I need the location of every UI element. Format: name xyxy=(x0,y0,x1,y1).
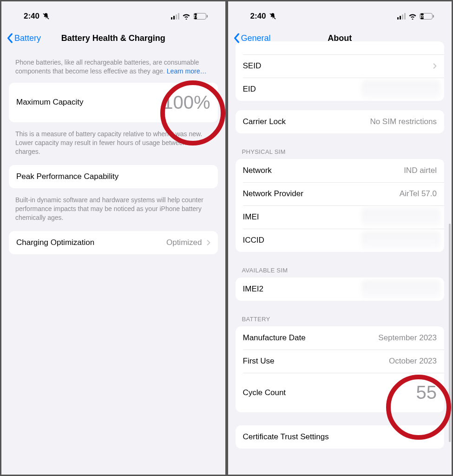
max-capacity-group: Maximum Capacity 100% xyxy=(9,83,218,122)
cellular-signal-icon xyxy=(397,13,406,20)
silent-bell-icon xyxy=(42,12,50,20)
maximum-capacity-value: 100% xyxy=(163,92,210,113)
eid-label: EID xyxy=(243,85,256,94)
battery-status-icon: 27 xyxy=(193,13,208,20)
charging-optimization-row[interactable]: Charging Optimization Optimized xyxy=(9,231,218,254)
scrollbar[interactable] xyxy=(449,224,451,442)
eid-row[interactable]: EID xyxy=(236,78,445,101)
seid-row[interactable]: SEID xyxy=(236,54,445,78)
charging-optimization-label: Charging Optimization xyxy=(16,238,94,247)
chevron-right-icon xyxy=(428,63,437,69)
manufacture-date-label: Manufacture Date xyxy=(243,333,306,343)
max-capacity-description: This is a measure of battery capacity re… xyxy=(9,127,218,165)
imei2-row[interactable]: IMEI2 xyxy=(236,278,445,301)
available-sim-group: IMEI2 xyxy=(236,278,445,301)
imei-row[interactable]: IMEI xyxy=(236,205,445,229)
silent-bell-icon xyxy=(269,12,276,20)
status-time: 2:40 xyxy=(24,12,39,21)
first-use-value: October 2023 xyxy=(389,357,437,366)
network-row[interactable]: Network IND airtel xyxy=(236,159,445,182)
maximum-capacity-row[interactable]: Maximum Capacity 100% xyxy=(9,83,218,122)
carrier-lock-value: No SIM restrictions xyxy=(370,117,437,126)
first-use-label: First Use xyxy=(243,357,275,366)
imei-label: IMEI xyxy=(243,212,259,222)
peak-performance-label: Peak Performance Capability xyxy=(16,172,118,181)
first-use-row[interactable]: First Use October 2023 xyxy=(236,350,445,373)
back-button[interactable]: Battery xyxy=(7,33,41,43)
status-time: 2:40 xyxy=(250,12,266,21)
cellular-signal-icon xyxy=(171,13,179,20)
charging-optimization-value: Optimized xyxy=(166,238,202,247)
intro-text: Phone batteries, like all rechargeable b… xyxy=(9,50,218,83)
iccid-label: ICCID xyxy=(243,236,264,245)
network-provider-row[interactable]: Network Provider AirTel 57.0 xyxy=(236,182,445,205)
certificate-trust-label: Certificate Trust Settings xyxy=(243,432,329,442)
iccid-row[interactable]: ICCID xyxy=(236,229,445,252)
back-label: Battery xyxy=(14,33,41,43)
imei2-label: IMEI2 xyxy=(243,284,263,294)
cycle-count-row[interactable]: Cycle Count 55 xyxy=(236,373,445,412)
network-label: Network xyxy=(243,166,272,175)
available-sim-header: AVAILABLE SIM xyxy=(236,257,445,278)
network-value: IND airtel xyxy=(404,166,437,175)
battery-header: BATTERY xyxy=(236,305,445,326)
wifi-icon xyxy=(408,13,417,20)
certificate-trust-row[interactable]: Certificate Trust Settings xyxy=(236,425,445,449)
charging-optimization-group: Charging Optimization Optimized xyxy=(9,231,218,254)
battery-group: Manufacture Date September 2023 First Us… xyxy=(236,326,445,412)
status-bar: 2:40 28 xyxy=(228,1,452,26)
network-provider-value: AirTel 57.0 xyxy=(400,189,437,198)
about-screen: 2:40 28 xyxy=(227,0,453,476)
physical-sim-header: PHYSICAL SIM xyxy=(236,138,445,159)
identifiers-group: . SEID EID xyxy=(236,41,445,101)
battery-health-screen: 2:40 27 xyxy=(0,0,227,476)
status-bar: 2:40 27 xyxy=(1,1,225,26)
manufacture-date-value: September 2023 xyxy=(378,333,437,343)
carrier-lock-row[interactable]: Carrier Lock No SIM restrictions xyxy=(236,110,445,133)
seid-label: SEID xyxy=(243,61,262,71)
physical-sim-group: Network IND airtel Network Provider AirT… xyxy=(236,159,445,252)
wifi-icon xyxy=(182,13,190,20)
chevron-left-icon xyxy=(7,33,13,43)
peak-performance-group: Peak Performance Capability xyxy=(9,165,218,188)
top-row-partial: . xyxy=(236,41,445,54)
battery-status-icon: 28 xyxy=(420,13,434,20)
learn-more-link[interactable]: Learn more… xyxy=(167,67,207,75)
carrier-lock-group: Carrier Lock No SIM restrictions xyxy=(236,110,445,133)
network-provider-label: Network Provider xyxy=(243,189,303,198)
nav-bar: Battery Battery Health & Charging xyxy=(1,26,225,50)
peak-performance-row[interactable]: Peak Performance Capability xyxy=(9,165,218,188)
carrier-lock-label: Carrier Lock xyxy=(243,117,286,126)
chevron-right-icon xyxy=(202,239,210,246)
certificate-trust-group: Certificate Trust Settings xyxy=(236,425,445,449)
maximum-capacity-label: Maximum Capacity xyxy=(16,98,84,107)
cycle-count-label: Cycle Count xyxy=(243,388,286,397)
peak-performance-description: Built-in dynamic software and hardware s… xyxy=(9,193,218,231)
manufacture-date-row[interactable]: Manufacture Date September 2023 xyxy=(236,326,445,350)
cycle-count-value: 55 xyxy=(416,382,437,403)
